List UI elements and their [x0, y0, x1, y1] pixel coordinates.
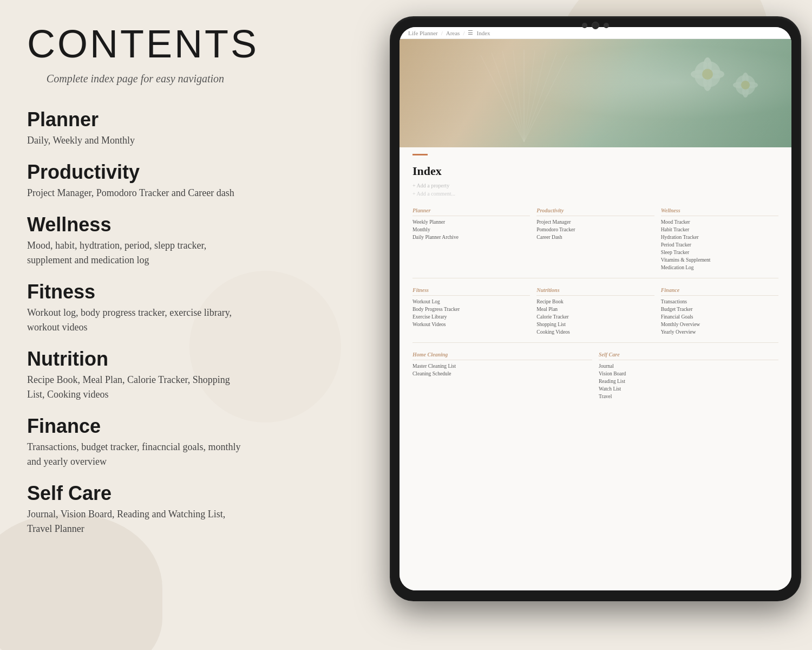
index-header-finance: Finance [661, 285, 778, 296]
planner-desc: Daily, Weekly and Monthly [27, 133, 244, 148]
index-item[interactable]: Cooking Videos [536, 328, 654, 336]
left-panel: CONTENTS Complete index page for easy na… [0, 0, 271, 650]
section-fitness: Fitness Workout log, body progress track… [27, 281, 244, 335]
breadcrumb-sep-1: / [441, 30, 443, 36]
index-item[interactable]: Pomodoro Tracker [536, 226, 654, 233]
tablet-camera-area [582, 22, 609, 29]
finance-heading: Finance [27, 415, 244, 438]
hero-image [400, 39, 791, 147]
page-title: Index [412, 164, 778, 178]
index-item[interactable]: Project Manager [536, 218, 654, 226]
index-item[interactable]: Weekly Planner [412, 218, 530, 226]
index-item[interactable]: Body Progress Tracker [412, 306, 530, 313]
subtitle: Complete index page for easy navigation [27, 70, 244, 87]
index-item[interactable]: Recipe Book [536, 298, 654, 306]
wellness-heading: Wellness [27, 213, 244, 236]
notion-body: Index + Add a property + Add a comment..… [400, 155, 791, 590]
breadcrumb-part-2[interactable]: Areas [446, 30, 460, 36]
index-middle-grid: Fitness Workout Log Body Progress Tracke… [412, 285, 778, 336]
finance-desc: Transactions, budget tracker, finacncial… [27, 440, 244, 469]
index-item[interactable]: Watch List [599, 385, 778, 393]
hero-bg-gradient [400, 39, 791, 147]
index-item[interactable]: Mood Tracker [661, 218, 778, 226]
wellness-desc: Mood, habit, hydtration, period, slepp t… [27, 238, 244, 268]
index-header-productivity: Productivity [536, 205, 654, 216]
section-wellness: Wellness Mood, habit, hydtration, period… [27, 213, 244, 268]
index-item[interactable]: Journal [599, 362, 778, 370]
section-productivity: Productivity Project Manager, Pomodoro T… [27, 161, 244, 200]
index-item[interactable]: Period Tracker [661, 241, 778, 249]
breadcrumb: Life Planner / Areas / ☰ Index [408, 29, 490, 36]
tablet-outer: Life Planner / Areas / ☰ Index [390, 16, 801, 601]
index-section-fitness: Fitness Workout Log Body Progress Tracke… [412, 285, 530, 336]
index-header-selfcare: Self Care [599, 349, 778, 360]
tablet-camera-main [592, 22, 599, 29]
index-top-grid: Planner Weekly Planner Monthly Daily Pla… [412, 205, 778, 271]
index-item[interactable]: Shopping List [536, 321, 654, 328]
index-header-planner: Planner [412, 205, 530, 216]
selfcare-desc: Journal, Vision Board, Reading and Watch… [27, 507, 244, 536]
index-section-planner: Planner Weekly Planner Monthly Daily Pla… [412, 205, 530, 271]
add-comment[interactable]: + Add a comment... [412, 191, 778, 197]
selfcare-heading: Self Care [27, 482, 244, 505]
index-item[interactable]: Master Cleaning List [412, 362, 592, 370]
index-item[interactable]: Reading List [599, 378, 778, 385]
index-item[interactable]: Calorie Tracker [536, 313, 654, 321]
index-item[interactable]: Daily Planner Archive [412, 233, 530, 241]
index-item[interactable]: Hydration Tracker [661, 233, 778, 241]
index-bottom-grid: Home Cleaning Master Cleaning List Clean… [412, 349, 778, 400]
index-section-wellness: Wellness Mood Tracker Habit Tracker Hydr… [661, 205, 778, 271]
breadcrumb-part-1[interactable]: Life Planner [408, 30, 438, 36]
planner-heading: Planner [27, 108, 244, 131]
fitness-heading: Fitness [27, 281, 244, 303]
index-item[interactable]: Medication Log [661, 264, 778, 271]
index-section-finance: Finance Transactions Budget Tracker Fina… [661, 285, 778, 336]
nutrition-heading: Nutrition [27, 348, 244, 370]
section-nutrition: Nutrition Recipe Book, Meal Plan, Calori… [27, 348, 244, 402]
breadcrumb-part-3: ☰ [468, 29, 473, 36]
add-property-label: + Add a property [412, 183, 449, 188]
index-item[interactable]: Travel [599, 393, 778, 400]
index-section-homecleaning: Home Cleaning Master Cleaning List Clean… [412, 349, 592, 400]
index-header-nutritions: Nutritions [536, 285, 654, 296]
index-section-productivity: Productivity Project Manager Pomodoro Tr… [536, 205, 654, 271]
index-item[interactable]: Exercise Library [412, 313, 530, 321]
index-section-nutritions: Nutritions Recipe Book Meal Plan Calorie… [536, 285, 654, 336]
index-item[interactable]: Transactions [661, 298, 778, 306]
index-item[interactable]: Workout Log [412, 298, 530, 306]
divider-2 [412, 342, 778, 343]
index-item[interactable]: Workout Videos [412, 321, 530, 328]
section-finance: Finance Transactions, budget tracker, fi… [27, 415, 244, 469]
productivity-heading: Productivity [27, 161, 244, 184]
nutrition-desc: Recipe Book, Meal Plan, Calorie Tracker,… [27, 373, 244, 402]
index-section-selfcare: Self Care Journal Vision Board Reading L… [599, 349, 778, 400]
tablet-screen: Life Planner / Areas / ☰ Index [400, 27, 791, 590]
index-item[interactable]: Meal Plan [536, 306, 654, 313]
index-header-wellness: Wellness [661, 205, 778, 216]
index-header-fitness: Fitness [412, 285, 530, 296]
index-item[interactable]: Sleep Tracker [661, 249, 778, 256]
index-item[interactable]: Cleaning Schedule [412, 370, 592, 378]
index-item[interactable]: Vision Board [599, 370, 778, 378]
productivity-desc: Project Manager, Pomodoro Tracker and Ca… [27, 186, 244, 200]
index-item[interactable]: Monthly [412, 226, 530, 233]
index-item[interactable]: Monthly Overview [661, 321, 778, 328]
section-selfcare: Self Care Journal, Vision Board, Reading… [27, 482, 244, 536]
main-title: CONTENTS [27, 22, 244, 66]
section-planner: Planner Daily, Weekly and Monthly [27, 108, 244, 148]
index-item[interactable]: Vitamins & Supplement [661, 256, 778, 264]
fitness-desc: Workout log, body progress tracker, exer… [27, 306, 244, 335]
index-item[interactable]: Financial Goals [661, 313, 778, 321]
tablet-camera-dot-1 [582, 23, 587, 28]
breadcrumb-index[interactable]: Index [476, 30, 490, 36]
add-property[interactable]: + Add a property [412, 183, 778, 188]
tablet-container: Life Planner / Areas / ☰ Index [390, 16, 801, 601]
index-item[interactable]: Career Dash [536, 233, 654, 241]
index-item[interactable]: Budget Tracker [661, 306, 778, 313]
tablet-camera-dot-2 [604, 23, 609, 28]
index-item[interactable]: Yearly Overview [661, 328, 778, 336]
add-comment-label: + Add a comment... [412, 191, 455, 197]
index-item[interactable]: Habit Tracker [661, 226, 778, 233]
divider-1 [412, 278, 778, 278]
index-header-homecleaning: Home Cleaning [412, 349, 592, 360]
